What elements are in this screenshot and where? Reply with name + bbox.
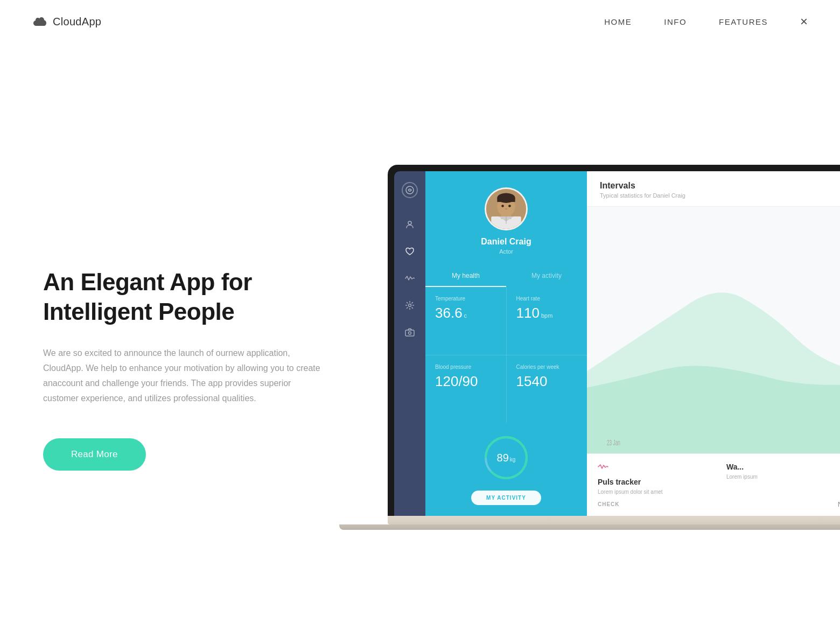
app-right-panel: Intervals Typical statistics for Daniel …: [587, 171, 840, 516]
intervals-subtitle: Typical statistics for Daniel Craig: [600, 192, 840, 199]
stat-heart-rate-unit: bpm: [541, 312, 552, 319]
weight-value: 89kg: [497, 452, 516, 464]
laptop-screen: Daniel Craig Actor My health My activity: [394, 171, 840, 516]
close-icon[interactable]: ×: [800, 15, 808, 28]
stat-temperature-value: 36.6c: [435, 305, 496, 321]
avatar: [485, 187, 528, 230]
stat-heart-rate-label: Heart rate: [516, 296, 578, 302]
tab-my-health[interactable]: My health: [425, 265, 506, 287]
hero-title: An Elegant App for Intelligent People: [43, 267, 334, 326]
svg-point-12: [508, 205, 511, 207]
puls-tracker-title: Puls tracker: [598, 478, 716, 486]
main-content: An Elegant App for Intelligent People We…: [0, 43, 840, 619]
puls-tracker-link[interactable]: CHECK: [598, 501, 716, 507]
nav-info[interactable]: INFO: [664, 17, 687, 26]
hero-section: An Elegant App for Intelligent People We…: [43, 224, 366, 471]
stats-grid: Temperature 36.6c Heart rate 110bpm: [425, 287, 587, 423]
profile-role: Actor: [499, 248, 513, 255]
weight-circle: 89kg: [482, 433, 530, 482]
read-more-button[interactable]: Read More: [43, 438, 146, 471]
laptop-base-bottom: [339, 524, 840, 530]
header: CloudApp HOME INFO FEATURES ×: [0, 0, 840, 43]
svg-point-0: [406, 186, 414, 194]
svg-text:23 Jan: 23 Jan: [607, 439, 620, 447]
stat-blood-pressure-label: Blood pressure: [435, 364, 496, 370]
card-puls-tracker: Puls tracker Lorem ipsum dolor sit amet …: [598, 463, 726, 507]
cloud-icon: [32, 16, 47, 27]
nav-home[interactable]: HOME: [604, 17, 632, 26]
svg-point-13: [505, 208, 507, 209]
nav-features[interactable]: FEATURES: [719, 17, 768, 26]
card-wa: Wa... Lorem ipsum: [726, 463, 840, 507]
app-tabs: My health My activity: [425, 265, 587, 287]
wa-title: Wa...: [726, 463, 840, 471]
logo-area: CloudApp: [32, 16, 101, 28]
intervals-title: Intervals: [600, 181, 840, 191]
laptop-wrapper: Daniel Craig Actor My health My activity: [388, 165, 840, 530]
svg-rect-10: [497, 198, 515, 202]
profile-section: Daniel Craig Actor: [425, 171, 587, 265]
stat-heart-rate-value: 110bpm: [516, 305, 578, 321]
stat-temperature-unit: c: [464, 312, 467, 319]
stat-calories-value: 1540: [516, 373, 578, 390]
stat-blood-pressure: Blood pressure 120/90: [425, 355, 506, 423]
laptop-showcase: Daniel Craig Actor My health My activity: [366, 165, 840, 530]
puls-tracker-desc: Lorem ipsum dolor sit amet: [598, 488, 716, 496]
app-main-panel: Daniel Craig Actor My health My activity: [425, 171, 587, 516]
weight-section: 89kg MY ACTIVITY: [425, 423, 587, 516]
svg-point-11: [501, 205, 504, 207]
sidebar-profile-icon[interactable]: [404, 219, 416, 230]
svg-point-2: [409, 304, 411, 307]
stat-calories: Calories per week 1540: [507, 355, 587, 423]
svg-rect-3: [405, 330, 414, 336]
sidebar-wave-icon[interactable]: [404, 272, 416, 284]
stat-temperature-label: Temperature: [435, 296, 496, 302]
wa-desc: Lorem ipsum: [726, 473, 840, 481]
my-activity-button[interactable]: MY ACTIVITY: [471, 491, 541, 505]
sidebar-logo-icon: [402, 182, 418, 198]
main-nav: HOME INFO FEATURES ×: [604, 15, 808, 28]
weight-unit: kg: [510, 457, 516, 463]
puls-tracker-icon: [598, 463, 716, 473]
bottom-cards: Puls tracker Lorem ipsum dolor sit amet …: [587, 453, 840, 516]
profile-name: Daniel Craig: [481, 237, 531, 247]
stat-heart-rate: Heart rate 110bpm: [507, 287, 587, 355]
svg-point-1: [408, 221, 411, 225]
sidebar-camera-icon[interactable]: [404, 326, 416, 338]
noteb-label: NoteB: [838, 500, 840, 508]
stat-blood-pressure-value: 120/90: [435, 373, 496, 390]
hero-description: We are so excited to announce the launch…: [43, 346, 323, 406]
logo-text: CloudApp: [53, 16, 101, 28]
screen-bezel: Daniel Craig Actor My health My activity: [394, 171, 840, 516]
laptop-base: [388, 516, 840, 524]
stat-temperature: Temperature 36.6c: [425, 287, 506, 355]
tab-my-activity[interactable]: My activity: [506, 265, 587, 287]
sidebar-settings-icon[interactable]: [404, 299, 416, 311]
app-sidebar: [394, 171, 425, 516]
laptop-frame: Daniel Craig Actor My health My activity: [388, 165, 840, 516]
intervals-header: Intervals Typical statistics for Daniel …: [587, 171, 840, 207]
stat-calories-label: Calories per week: [516, 364, 578, 370]
avatar-image: [486, 189, 526, 229]
svg-point-4: [409, 332, 411, 334]
chart-area: 23 Jan: [587, 207, 840, 453]
sidebar-heart-icon[interactable]: [404, 246, 416, 257]
